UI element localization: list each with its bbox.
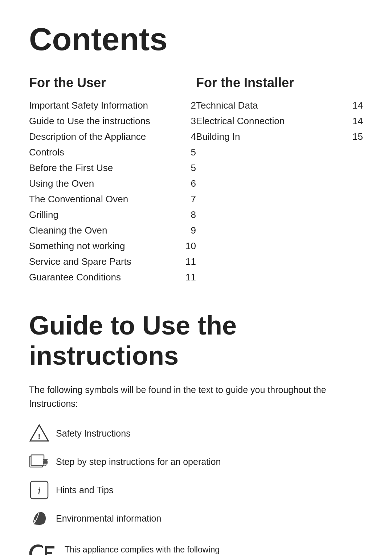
page-title: Contents	[29, 22, 363, 57]
toc-item: Building In15	[196, 129, 363, 145]
toc-item-label: Something not working	[29, 240, 181, 252]
toc-item-page: 5	[181, 162, 196, 174]
toc-item-label: Service and Spare Parts	[29, 256, 181, 267]
toc-item-label: The Conventional Oven	[29, 194, 181, 205]
toc-item-page: 3	[181, 116, 196, 127]
symbol-item-step: Step by step instructions for an operati…	[29, 451, 363, 472]
toc-item: Grilling8	[29, 207, 196, 223]
eco-icon	[29, 508, 49, 528]
ce-mark-icon	[29, 543, 58, 555]
toc-installer-heading: For the Installer	[196, 75, 363, 90]
symbol-item-safety: ! Safety Instructions	[29, 423, 363, 443]
svg-rect-5	[43, 459, 48, 460]
svg-text:i: i	[38, 485, 41, 497]
symbol-item-hints: i Hints and Tips	[29, 480, 363, 500]
symbol-label-hints: Hints and Tips	[56, 485, 113, 495]
toc-item-page: 2	[181, 100, 196, 111]
guide-intro-text: The following symbols will be found in t…	[29, 383, 363, 410]
symbols-list: ! Safety Instructions	[29, 423, 363, 528]
guide-section-title: Guide to Use the instructions	[29, 311, 363, 371]
toc-item-label: Using the Oven	[29, 178, 181, 189]
toc-item-label: Guide to Use the instructions	[29, 116, 181, 127]
toc-item-page: 11	[181, 256, 196, 267]
toc-item-page: 14	[348, 100, 363, 111]
toc-item-label: Cleaning the Oven	[29, 225, 181, 236]
toc-item: Something not working10	[29, 238, 196, 254]
toc-item-page: 5	[181, 147, 196, 158]
toc-section: For the User Important Safety Informatio…	[29, 75, 363, 285]
toc-item: Guarantee Conditions11	[29, 270, 196, 285]
toc-item-page: 15	[348, 131, 363, 142]
svg-text:!: !	[38, 432, 40, 441]
toc-item: Guide to Use the instructions3	[29, 113, 196, 129]
toc-item: Service and Spare Parts11	[29, 254, 196, 270]
toc-item: Using the Oven6	[29, 176, 196, 191]
toc-item-page: 8	[181, 209, 196, 220]
toc-item-label: Before the First Use	[29, 162, 181, 174]
toc-user-heading: For the User	[29, 75, 196, 90]
warning-icon: !	[29, 423, 49, 443]
toc-item-page: 11	[181, 272, 196, 283]
svg-point-4	[43, 459, 48, 466]
toc-item: Controls5	[29, 145, 196, 160]
toc-user-column: For the User Important Safety Informatio…	[29, 75, 196, 285]
toc-user-items: Important Safety Information2Guide to Us…	[29, 98, 196, 285]
toc-item-label: Controls	[29, 147, 181, 158]
symbol-label-step: Step by step instructions for an operati…	[56, 457, 221, 467]
toc-item-page: 14	[348, 116, 363, 127]
toc-item-label: Technical Data	[196, 100, 348, 111]
toc-item-page: 7	[181, 194, 196, 205]
toc-item: Technical Data14	[196, 98, 363, 113]
toc-item: The Conventional Oven7	[29, 191, 196, 207]
symbol-label-safety: Safety Instructions	[56, 428, 131, 439]
toc-item-page: 4	[181, 131, 196, 142]
toc-item-page: 6	[181, 178, 196, 189]
info-icon: i	[29, 480, 49, 500]
toc-item-label: Building In	[196, 131, 348, 142]
toc-item: Electrical Connection14	[196, 113, 363, 129]
toc-item: Important Safety Information2	[29, 98, 196, 113]
step-icon	[29, 451, 49, 472]
svg-rect-11	[45, 546, 54, 548]
svg-rect-12	[45, 552, 52, 554]
toc-installer-items: Technical Data14Electrical Connection14B…	[196, 98, 363, 145]
toc-item-label: Description of the Appliance	[29, 131, 181, 142]
guide-section: Guide to Use the instructions The follow…	[29, 311, 363, 555]
toc-item-label: Electrical Connection	[196, 116, 348, 127]
toc-item-label: Grilling	[29, 209, 181, 220]
svg-rect-3	[31, 455, 44, 466]
ce-block: This appliance complies with the followi…	[29, 543, 363, 555]
toc-item: Before the First Use5	[29, 160, 196, 176]
toc-item-page: 10	[181, 240, 196, 252]
toc-installer-column: For the Installer Technical Data14Electr…	[196, 75, 363, 285]
toc-item-label: Important Safety Information	[29, 100, 181, 111]
ce-directives-text: This appliance complies with the followi…	[65, 543, 220, 555]
toc-item-page: 9	[181, 225, 196, 236]
toc-item-label: Guarantee Conditions	[29, 272, 181, 283]
symbol-label-eco: Environmental information	[56, 513, 161, 524]
toc-item: Description of the Appliance4	[29, 129, 196, 145]
toc-item: Cleaning the Oven9	[29, 223, 196, 238]
symbol-item-eco: Environmental information	[29, 508, 363, 528]
